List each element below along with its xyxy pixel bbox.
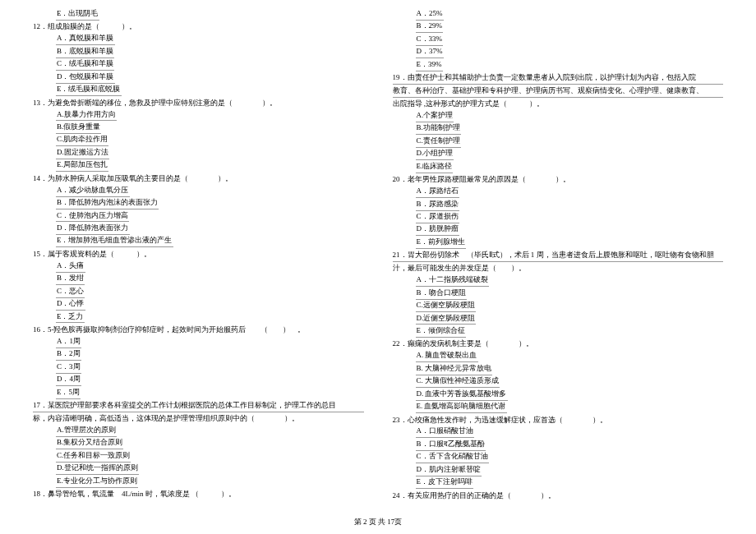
q18-stem: 18．鼻导管给氧，氧流量 4L/min 时，氧浓度是 （ ）。 <box>33 489 364 500</box>
q20-opt: E．前列腺增生 <box>416 237 467 249</box>
q16-opt: B．2周 <box>56 348 81 361</box>
q17-opt: D.登记和统一指挥的原则 <box>56 463 139 475</box>
q15-opt: B．发绀 <box>56 273 85 285</box>
q16-opt: D．4周 <box>56 374 81 386</box>
q15-stem: 15．属于客观资料的是（ ）。 <box>33 249 364 260</box>
page-number: 第 2 页 共 17页 <box>0 517 756 527</box>
q17-opt: E.专业化分工与协作原则 <box>56 476 138 488</box>
q13-opt: E.局部加压包扎 <box>56 159 108 172</box>
q23-opt: E．皮下注射吗啡 <box>416 476 474 489</box>
q19-stem3: 出院指导 ,这种形式的护理方式是（ ）。 <box>393 99 724 110</box>
q20-opt: B．尿路感染 <box>416 199 459 211</box>
q21-opt: D.近侧空肠段梗阻 <box>416 313 477 325</box>
q20-opt: C．尿道损伤 <box>416 211 459 223</box>
q21-stem1: 21．胃大部份切除术 （毕氏Ⅱ式），术后 1 周，当患者进食后上腹饱胀和呕吐，呕… <box>393 250 724 262</box>
left-column: E．出现阴毛 12．组成胎膜的是（ ）。 A．真蜕膜和羊膜 B．底蜕膜和羊膜 C… <box>33 8 364 502</box>
q18-opt: D．37% <box>416 46 444 58</box>
q22-opt: E. 血氨增高影响脑细胞代谢 <box>416 401 507 413</box>
q14-opt: E．增加肺泡毛细血管渗出液的产生 <box>56 235 173 247</box>
q18-opt: A．25% <box>416 8 444 21</box>
q20-opt: A．尿路结石 <box>416 186 460 198</box>
q22-opt: B. 大脑神经元异常放电 <box>416 363 493 375</box>
q14-opt: D．降低肺泡表面张力 <box>56 223 130 235</box>
q15-opt: C．恶心 <box>56 286 85 298</box>
q21-stem2: 汁，最后可能发生的并发症是（ ）。 <box>393 263 724 274</box>
q23-stem: 23．心绞痛急性发作时，为迅速缓解症状，应首选（ ）。 <box>393 415 724 426</box>
q13-opt: B.假肢身重量 <box>56 122 101 134</box>
q15-opt: D．心悸 <box>56 298 85 311</box>
q13-opt: C.肌肉牵拉作用 <box>56 134 108 146</box>
q18-opt: C．33% <box>416 34 444 46</box>
q16-stem: 16．5-羟色胺再摄取抑制剂治疗抑郁症时，起效时间为开始服药后 （ ） 。 <box>33 325 364 336</box>
q20-stem: 20．老年男性尿路梗阻最常见的原因是（ ）。 <box>393 174 724 186</box>
q20-opt: D．膀胱肿瘤 <box>416 223 460 236</box>
q19-opt: C.责任制护理 <box>416 136 461 148</box>
q21-opt: B．吻合口梗阻 <box>416 288 467 300</box>
q19-opt: E.临床路径 <box>416 161 454 173</box>
q19-stem1: 19．由责任护士和其辅助护士负责一定数量患者从入院到出院，以护理计划为内容，包括… <box>393 72 724 85</box>
q18-opt: E．39% <box>416 59 443 71</box>
q12-opt: A．真蜕膜和羊膜 <box>56 33 115 45</box>
q17-stem1: 17．某医院护理部要求各科室提交的工作计划根据医院的总体工作目标制定，护理工作的… <box>33 400 364 412</box>
q22-opt: A. 脑血管破裂出血 <box>416 350 478 362</box>
q22-opt: D. 血液中芳香族氨基酸增多 <box>416 389 508 401</box>
q19-opt: D.小组护理 <box>416 148 454 160</box>
q23-opt: C．舌下含化硝酸甘油 <box>416 451 489 463</box>
q16-opt: A．1周 <box>56 336 81 348</box>
q21-opt: C.远侧空肠段梗阻 <box>416 300 476 312</box>
q22-opt: C. 大脑假性神经递质形成 <box>416 375 500 388</box>
q15-opt: A．头痛 <box>56 260 85 273</box>
q17-opt: C.任务和目标一致原则 <box>56 450 131 463</box>
q14-opt: B．降低肺泡内泡沫的表面张力 <box>56 197 159 209</box>
q21-opt: A．十二指肠残端破裂 <box>416 274 490 287</box>
q12-opt: B．底蜕膜和羊膜 <box>56 46 114 58</box>
q17-opt: B.集权分又结合原则 <box>56 437 123 449</box>
q19-opt: B.功能制护理 <box>416 122 461 135</box>
q17-stem2: 标，内容清晰明确，高低适当，这体现的是护理管理组织原则中的（ ）。 <box>33 413 364 425</box>
q12-stem: 12．组成胎膜的是（ ）。 <box>33 21 364 33</box>
q14-opt: C．使肺泡内压力增高 <box>56 210 129 223</box>
q12-opt: C．绒毛膜和羊膜 <box>56 58 114 71</box>
q13-stem: 13．为避免骨折断端的移位，急救及护理中应特别注意的是（ ）。 <box>33 98 364 109</box>
q12-opt: D．包蜕膜和羊膜 <box>56 71 115 84</box>
q16-opt: E．5周 <box>56 387 81 399</box>
q14-opt: A．减少动脉血氧分压 <box>56 185 130 197</box>
q13-opt: A.肢暴力作用方向 <box>56 109 117 122</box>
q16-opt: C．3周 <box>56 361 81 374</box>
q14-stem: 14．为肺水肿病人采取加压吸氧的主要目的是（ ）。 <box>33 173 364 185</box>
q19-stem2: 教育、各种治疗、基础护理和专科护理、护理病历书写、观察病情变化、心理护理、健康教… <box>393 85 724 98</box>
q19-opt: A.个案护理 <box>416 110 454 122</box>
q22-stem: 22．癫痫的发病机制主要是（ ）。 <box>393 338 724 350</box>
q24-stem: 24．有关应用热疗的目的正确的是（ ）。 <box>393 490 724 502</box>
q23-opt: D．肌内注射哌替啶 <box>416 464 482 476</box>
q18-opt: B．29% <box>416 21 444 33</box>
q17-opt: A.管理层次的原则 <box>56 425 117 437</box>
right-column: A．25% B．29% C．33% D．37% E．39% 19．由责任护士和其… <box>393 8 724 502</box>
q11-opt-e: E．出现阴毛 <box>56 8 99 21</box>
q21-opt: E．倾倒综合征 <box>416 325 467 338</box>
q23-opt: A．口服硝酸甘油 <box>416 426 475 438</box>
q15-opt: E．乏力 <box>56 311 85 324</box>
q13-opt: D.固定搬运方法 <box>56 147 109 159</box>
q23-opt: B．口服द乙酰氨基酚 <box>416 439 486 451</box>
q12-opt: E．绒毛膜和底蜕膜 <box>56 84 122 96</box>
